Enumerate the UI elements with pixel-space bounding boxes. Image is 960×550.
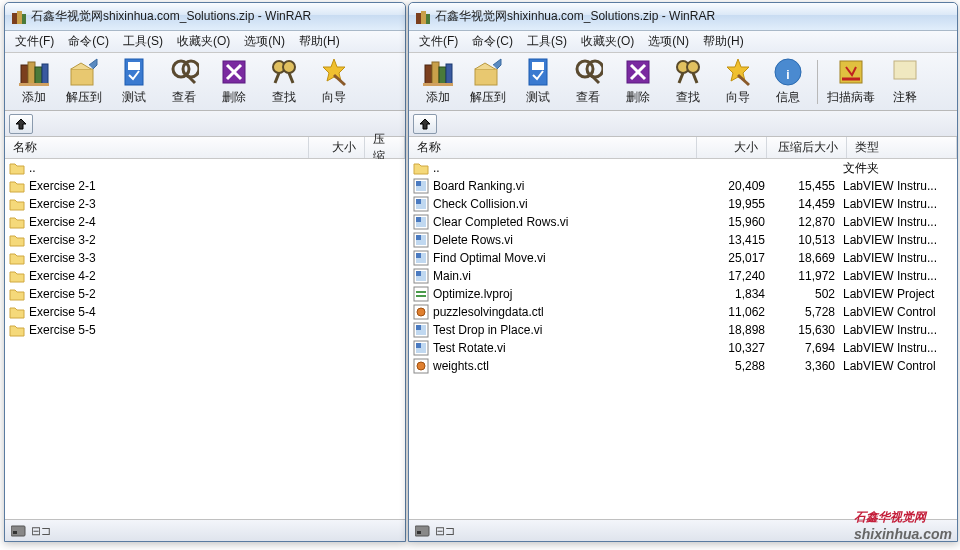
titlebar[interactable]: 石鑫华视觉网shixinhua.com_Solutions.zip - WinR… <box>5 3 405 31</box>
navbar <box>5 111 405 137</box>
comment-button[interactable]: 注释 <box>881 56 929 108</box>
parent-folder-row[interactable]: .. <box>5 159 405 177</box>
col-packed[interactable]: 压缩 <box>365 137 405 158</box>
file-name: Check Collision.vi <box>433 197 703 211</box>
file-name: Exercise 3-2 <box>29 233 401 247</box>
test-button[interactable]: 测试 <box>110 56 158 108</box>
file-name: Exercise 2-3 <box>29 197 401 211</box>
folder-row[interactable]: Exercise 5-4 <box>5 303 405 321</box>
folder-row[interactable]: Exercise 2-1 <box>5 177 405 195</box>
wizard-button[interactable]: 向导 <box>310 56 358 108</box>
folder-icon <box>9 160 25 176</box>
folder-icon <box>9 196 25 212</box>
file-row[interactable]: Main.vi17,24011,972LabVIEW Instru... <box>409 267 957 285</box>
add-button[interactable]: 添加 <box>10 56 58 108</box>
window-title: 石鑫华视觉网shixinhua.com_Solutions.zip - WinR… <box>435 8 715 25</box>
folder-row[interactable]: Exercise 5-2 <box>5 285 405 303</box>
file-row[interactable]: Optimize.lvproj1,834502LabVIEW Project <box>409 285 957 303</box>
file-row[interactable]: Board Ranking.vi20,40915,455LabVIEW Inst… <box>409 177 957 195</box>
disk-icon <box>415 524 431 538</box>
folder-row[interactable]: Exercise 5-5 <box>5 321 405 339</box>
folder-icon <box>9 268 25 284</box>
col-packed[interactable]: 压缩后大小 <box>767 137 847 158</box>
folder-row[interactable]: Exercise 3-2 <box>5 231 405 249</box>
folder-row[interactable]: Exercise 2-4 <box>5 213 405 231</box>
file-packed: 15,455 <box>773 179 843 193</box>
file-name: Exercise 3-3 <box>29 251 401 265</box>
col-type[interactable]: 类型 <box>847 137 957 158</box>
menu-file[interactable]: 文件(F) <box>413 31 464 52</box>
file-packed: 3,360 <box>773 359 843 373</box>
file-row[interactable]: Clear Completed Rows.vi15,96012,870LabVI… <box>409 213 957 231</box>
test-button[interactable]: 测试 <box>514 56 562 108</box>
file-type: LabVIEW Control <box>843 359 953 373</box>
file-packed: 12,870 <box>773 215 843 229</box>
file-name: .. <box>433 161 703 175</box>
file-type: LabVIEW Instru... <box>843 197 953 211</box>
titlebar[interactable]: 石鑫华视觉网shixinhua.com_Solutions.zip - WinR… <box>409 3 957 31</box>
view-button[interactable]: 查看 <box>160 56 208 108</box>
file-name: Exercise 4-2 <box>29 269 401 283</box>
file-packed: 14,459 <box>773 197 843 211</box>
file-row[interactable]: Delete Rows.vi13,41510,513LabVIEW Instru… <box>409 231 957 249</box>
file-name: Board Ranking.vi <box>433 179 703 193</box>
up-button[interactable] <box>9 114 33 134</box>
menu-help[interactable]: 帮助(H) <box>697 31 750 52</box>
file-icon <box>413 214 429 230</box>
file-row[interactable]: Test Drop in Place.vi18,89815,630LabVIEW… <box>409 321 957 339</box>
folder-icon <box>9 286 25 302</box>
menu-tools[interactable]: 工具(S) <box>117 31 169 52</box>
delete-button[interactable]: 删除 <box>210 56 258 108</box>
menu-file[interactable]: 文件(F) <box>9 31 60 52</box>
file-row[interactable]: puzzlesolvingdata.ctl11,0625,728LabVIEW … <box>409 303 957 321</box>
file-packed: 5,728 <box>773 305 843 319</box>
app-icon <box>415 9 431 25</box>
menu-help[interactable]: 帮助(H) <box>293 31 346 52</box>
file-icon <box>413 268 429 284</box>
file-row[interactable]: Check Collision.vi19,95514,459LabVIEW In… <box>409 195 957 213</box>
menu-favorites[interactable]: 收藏夹(O) <box>171 31 236 52</box>
folder-row[interactable]: Exercise 3-3 <box>5 249 405 267</box>
menu-tools[interactable]: 工具(S) <box>521 31 573 52</box>
col-name[interactable]: 名称 <box>5 137 309 158</box>
folder-row[interactable]: Exercise 4-2 <box>5 267 405 285</box>
menu-favorites[interactable]: 收藏夹(O) <box>575 31 640 52</box>
extract-button[interactable]: 解压到 <box>60 56 108 108</box>
file-name: Exercise 5-5 <box>29 323 401 337</box>
menu-command[interactable]: 命令(C) <box>62 31 115 52</box>
col-size[interactable]: 大小 <box>697 137 767 158</box>
file-packed: 502 <box>773 287 843 301</box>
find-button[interactable]: 查找 <box>664 56 712 108</box>
menu-command[interactable]: 命令(C) <box>466 31 519 52</box>
statusbar: ⊟⊐ <box>409 519 957 541</box>
file-row[interactable]: Test Rotate.vi10,3277,694LabVIEW Instru.… <box>409 339 957 357</box>
column-headers: 名称 大小 压缩后大小 类型 <box>409 137 957 159</box>
add-button[interactable]: 添加 <box>414 56 462 108</box>
file-list[interactable]: ..文件夹Board Ranking.vi20,40915,455LabVIEW… <box>409 159 957 519</box>
toolbar-separator <box>817 60 818 104</box>
folder-row[interactable]: Exercise 2-3 <box>5 195 405 213</box>
file-row[interactable]: weights.ctl5,2883,360LabVIEW Control <box>409 357 957 375</box>
view-button[interactable]: 查看 <box>564 56 612 108</box>
menu-options[interactable]: 选项(N) <box>642 31 695 52</box>
scan-button[interactable]: 扫描病毒 <box>823 56 879 108</box>
folder-icon <box>413 160 429 176</box>
find-button[interactable]: 查找 <box>260 56 308 108</box>
delete-button[interactable]: 删除 <box>614 56 662 108</box>
file-list[interactable]: ..Exercise 2-1Exercise 2-3Exercise 2-4Ex… <box>5 159 405 519</box>
statusbar: ⊟⊐ <box>5 519 405 541</box>
wizard-button[interactable]: 向导 <box>714 56 762 108</box>
col-name[interactable]: 名称 <box>409 137 697 158</box>
file-type: LabVIEW Instru... <box>843 341 953 355</box>
file-size: 15,960 <box>703 215 773 229</box>
up-button[interactable] <box>413 114 437 134</box>
file-name: weights.ctl <box>433 359 703 373</box>
info-button[interactable]: 信息 <box>764 56 812 108</box>
menu-options[interactable]: 选项(N) <box>238 31 291 52</box>
parent-folder-row[interactable]: ..文件夹 <box>409 159 957 177</box>
col-size[interactable]: 大小 <box>309 137 365 158</box>
file-row[interactable]: Find Optimal Move.vi25,01718,669LabVIEW … <box>409 249 957 267</box>
extract-button[interactable]: 解压到 <box>464 56 512 108</box>
file-size: 18,898 <box>703 323 773 337</box>
file-size: 25,017 <box>703 251 773 265</box>
